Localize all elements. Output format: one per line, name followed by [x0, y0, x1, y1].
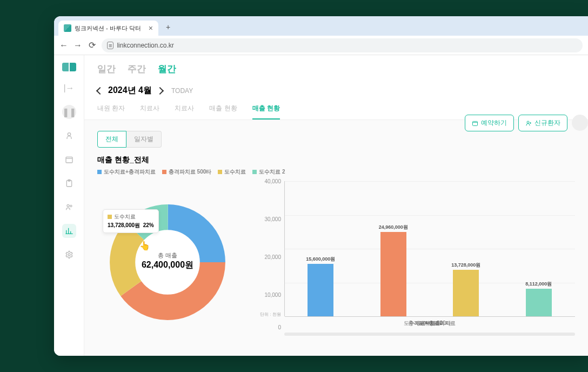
y-tick: 30,000 — [254, 216, 281, 222]
header-actions: 예약하기 신규환자 — [465, 115, 588, 131]
legend-item: 도수치료 — [218, 168, 246, 176]
date-selector: 2024년 4월 TODAY — [97, 85, 575, 96]
bar-rect — [526, 289, 552, 316]
subtab-visiting[interactable]: 내원 환자 — [97, 104, 125, 119]
new-tab-button[interactable]: + — [162, 21, 175, 34]
user-plus-icon — [525, 120, 532, 127]
chevron-right-icon[interactable] — [156, 87, 164, 94]
site-info-icon[interactable]: ≡ — [107, 42, 113, 49]
pill-all[interactable]: 전체 — [97, 131, 126, 148]
reserve-button[interactable]: 예약하기 — [465, 115, 514, 131]
sidebar-item-calendar[interactable] — [62, 152, 76, 167]
sidebar-item-users[interactable] — [62, 200, 76, 214]
pointer-cursor-icon: 👆 — [139, 241, 150, 251]
y-tick: 20,000 — [254, 254, 281, 260]
bar-rect — [380, 232, 406, 316]
x-tick: 도수치료 2 — [397, 320, 462, 327]
browser-tabbar: 링크커넥션 - 바루다 닥터 × + — [54, 16, 588, 36]
pill-bydate[interactable]: 일자별 — [126, 131, 162, 148]
browser-addressbar: ← → ⟳ ≡ linkconnection.co.kr — [54, 36, 588, 55]
unit-label: 단위 : 천원 — [254, 311, 281, 317]
bar-chart[interactable]: 40,000 30,000 20,000 10,000 0 단위 : 천원 — [254, 181, 575, 333]
donut-tooltip: 도수치료 13,728,000원 22% — [103, 209, 159, 233]
new-patient-button[interactable]: 신규환자 — [518, 115, 567, 131]
svg-rect-7 — [473, 121, 478, 125]
bars-container: 15,600,000원 24,960,000원 13,728,000원 — [284, 181, 575, 316]
sidebar: |→ ❚❚ — [54, 55, 84, 356]
view-pill-tabs: 전체 일자별 — [97, 131, 575, 148]
horizontal-scrollbar[interactable] — [284, 333, 575, 336]
svg-point-4 — [67, 204, 69, 207]
bar-item[interactable]: 15,600,000원 — [288, 256, 353, 316]
bar-rect — [453, 270, 479, 316]
bar-item[interactable]: 24,960,000원 — [361, 224, 426, 316]
svg-point-5 — [70, 205, 71, 207]
period-tabs: 일간 주간 월간 — [97, 63, 575, 75]
bar-item[interactable]: 13,728,000원 — [433, 262, 498, 316]
sidebar-item-pause[interactable]: ❚❚ — [62, 105, 76, 119]
topbar: 일간 주간 월간 2024년 4월 TODAY 내원 환자 치료사 치료사 매출… — [84, 55, 588, 120]
y-tick: 0 — [254, 324, 281, 330]
svg-point-8 — [527, 121, 529, 123]
reload-icon[interactable]: ⟳ — [88, 41, 96, 50]
chevron-left-icon[interactable] — [96, 87, 104, 94]
url-input[interactable]: ≡ linkconnection.co.kr — [102, 38, 583, 52]
avatar[interactable] — [572, 115, 588, 131]
favicon-icon — [64, 24, 71, 32]
svg-point-0 — [68, 133, 70, 136]
svg-point-6 — [68, 254, 70, 256]
forward-icon[interactable]: → — [74, 41, 82, 50]
y-tick: 40,000 — [254, 178, 281, 184]
close-icon[interactable]: × — [149, 24, 153, 32]
back-icon[interactable]: ← — [59, 41, 68, 50]
app-logo[interactable] — [62, 63, 76, 71]
bar-item[interactable]: 8,112,000원 — [506, 281, 571, 316]
content-area: 전체 일자별 매출 현황_전체 도수치료+충격파치료 충격파치료 500타 도수… — [84, 120, 588, 343]
sidebar-item-analytics[interactable] — [62, 224, 76, 238]
charts-row: 도수치료 13,728,000원 22% 총 매출 62,400,000원 👆 … — [97, 181, 575, 333]
subtab-therapist2[interactable]: 치료사 — [175, 104, 194, 119]
legend-item: 도수치료+충격파치료 — [97, 168, 156, 176]
browser-window: 링크커넥션 - 바루다 닥터 × + ← → ⟳ ≡ linkconnectio… — [54, 16, 588, 356]
donut-chart[interactable]: 도수치료 13,728,000원 22% 총 매출 62,400,000원 👆 — [97, 181, 238, 333]
svg-rect-1 — [66, 157, 72, 163]
donut-center: 총 매출 62,400,000원 — [97, 251, 238, 271]
today-link[interactable]: TODAY — [171, 87, 193, 95]
legend-item: 충격파치료 500타 — [162, 168, 211, 176]
collapse-icon[interactable]: |→ — [62, 81, 76, 95]
sidebar-item-patients[interactable] — [62, 129, 76, 143]
y-tick: 10,000 — [254, 292, 281, 298]
bar-rect — [308, 264, 333, 316]
subtab-revenue1[interactable]: 매출 현황 — [209, 104, 237, 119]
sidebar-item-clipboard[interactable] — [62, 176, 76, 190]
calendar-icon — [472, 120, 478, 127]
subtab-revenue2[interactable]: 매출 현황 — [252, 104, 280, 119]
tab-title: 링크커넥션 - 바루다 닥터 — [75, 24, 141, 32]
period-tab-daily[interactable]: 일간 — [97, 63, 116, 75]
legend-item: 도수치료 2 — [252, 168, 285, 176]
main-content: 일간 주간 월간 2024년 4월 TODAY 내원 환자 치료사 치료사 매출… — [84, 55, 588, 356]
chart-legend: 도수치료+충격파치료 충격파치료 500타 도수치료 도수치료 2 — [97, 168, 575, 176]
url-text: linkconnection.co.kr — [117, 42, 173, 49]
section-title: 매출 현황_전체 — [97, 155, 575, 165]
sidebar-item-settings[interactable] — [62, 248, 76, 262]
period-tab-monthly[interactable]: 월간 — [158, 63, 176, 75]
current-period-label: 2024년 4월 — [108, 85, 152, 96]
browser-tab[interactable]: 링크커넥션 - 바루다 닥터 × — [58, 21, 158, 36]
subtab-therapist1[interactable]: 치료사 — [140, 104, 159, 119]
app-shell: |→ ❚❚ 일간 주간 월간 2024년 4월 TODAY — [54, 55, 588, 356]
period-tab-weekly[interactable]: 주간 — [128, 63, 146, 75]
